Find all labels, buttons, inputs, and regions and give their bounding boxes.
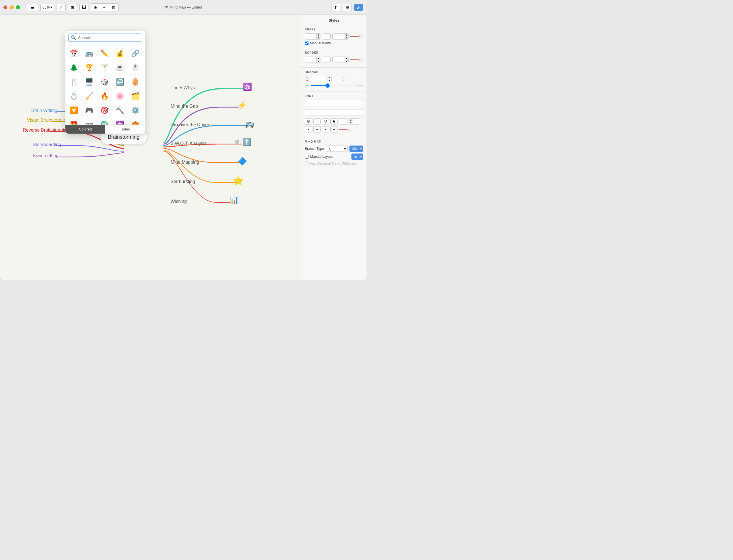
icon-cell-arrow[interactable]: ↩️ [113, 75, 127, 89]
branch-width-stepper[interactable]: ▲ ▼ [327, 76, 331, 82]
shape-width-up[interactable]: ▲ [344, 33, 348, 36]
shape-width-control[interactable]: ▲ ▼ [332, 33, 349, 40]
border-width-input[interactable] [333, 58, 344, 61]
branch-5whys[interactable]: The 5 Whys [171, 85, 195, 90]
icon-cell-cocktail[interactable]: 🍸 [98, 61, 111, 74]
branch-visual-brainstorming[interactable]: Visual Brainstorming [27, 118, 69, 123]
shape-width-down[interactable]: ▼ [344, 36, 348, 40]
close-button[interactable] [3, 5, 7, 9]
border-size-up[interactable]: ▲ [317, 57, 321, 60]
icon-cell-fork[interactable]: 🍴 [67, 75, 81, 89]
italic-button[interactable]: I [313, 118, 321, 125]
shape-width-stepper[interactable]: ▲ ▼ [344, 33, 348, 40]
canvas[interactable]: 🔍 📅 🚌 ✏️ 💰 🔗 🌲 🏆 🍸 ☕ 🖱️ [0, 15, 301, 280]
more-button[interactable]: ⋯ [100, 4, 109, 11]
shape-width-input[interactable] [333, 35, 344, 38]
icon-cell-cross[interactable]: ✝️ [113, 118, 127, 125]
inspector-button[interactable]: ▤ [343, 4, 352, 11]
branch-discover-drivers[interactable]: Discover the Drivers [171, 122, 212, 127]
check-button[interactable]: ✓ [57, 4, 66, 11]
icon-cell-rings[interactable]: 💍 [67, 89, 81, 103]
branch-reverse-brainstorming[interactable]: Reverse Brainstorming [23, 128, 69, 133]
tinted-tab[interactable]: Tinted [105, 125, 145, 134]
font-size-select[interactable] [305, 109, 363, 115]
branch-width-control[interactable]: ▲ ▼ [327, 76, 332, 82]
branch-size-down[interactable]: ▼ [305, 79, 309, 82]
border-size-stepper[interactable]: ▲ ▼ [316, 57, 321, 63]
border-size-control[interactable]: ▲ ▼ [305, 57, 321, 63]
branch-type-select[interactable]: ╲ [326, 146, 348, 152]
icon-cell-money[interactable]: 💰 [113, 47, 127, 60]
strike-button[interactable]: S [330, 118, 338, 125]
font-size-stepper[interactable]: ▲ ▼ [349, 118, 353, 125]
resize-button[interactable]: ⊡ [109, 4, 118, 11]
branch-swot[interactable]: S.W.O.T. Analysis [171, 141, 206, 146]
icon-cell-calendar[interactable]: 📅 [67, 47, 81, 60]
branch-color-swatch[interactable] [311, 76, 325, 82]
align-center-button[interactable]: ≡ [313, 126, 321, 132]
branch-size-control[interactable]: ▲ ▼ [305, 76, 309, 82]
layout-style-select[interactable]: ⊞ [351, 154, 363, 160]
branch-brain-writing[interactable]: Brain Writing [31, 108, 57, 113]
icon-cell-bus[interactable]: 🚌 [82, 47, 96, 60]
icon-cell-gamepad[interactable]: 🎮 [82, 103, 96, 117]
shape-size-control[interactable]: ▲ ▼ [305, 33, 321, 40]
border-width-control[interactable]: ▲ ▼ [332, 57, 349, 63]
icon-cell-trophy[interactable]: 🏆 [82, 61, 96, 74]
icon-cell-filter[interactable]: 🔽 [67, 103, 81, 117]
shape-size-input[interactable] [305, 35, 316, 38]
colored-tab[interactable]: Colored [65, 125, 105, 134]
branch-size-up[interactable]: ▲ [305, 76, 309, 79]
icon-cell-egg[interactable]: 🥚 [129, 75, 142, 89]
maximize-button[interactable] [16, 5, 20, 9]
photo-button[interactable]: 🖼 [79, 4, 88, 11]
icon-cell-hammer[interactable]: 🔨 [113, 103, 127, 117]
font-size-down[interactable]: ▼ [349, 121, 353, 125]
font-size-control[interactable]: ▲ ▼ [349, 118, 360, 125]
shape-size-up[interactable]: ▲ [317, 33, 321, 36]
branch-starbursting[interactable]: Starbursting [171, 179, 195, 184]
icon-cell-gear[interactable]: ⚙️ [129, 103, 142, 117]
styles-button[interactable]: 🖌 [354, 4, 363, 11]
icon-cell-flower[interactable]: 🌸 [113, 89, 127, 103]
manual-layout-checkbox[interactable] [305, 155, 308, 159]
border-size-down[interactable]: ▼ [317, 60, 321, 63]
icon-cell-mouse[interactable]: 🖱️ [129, 61, 142, 74]
bold-button[interactable]: B [305, 118, 312, 125]
share-button[interactable]: ⬆ [331, 4, 340, 11]
icon-cell-coffee[interactable]: ☕ [113, 61, 127, 74]
branch-thickness-slider[interactable] [310, 85, 357, 86]
align-right-button[interactable]: ≡ [322, 126, 329, 132]
border-size-input[interactable] [305, 58, 316, 61]
font-size-up[interactable]: ▲ [349, 118, 353, 121]
icon-cell-target[interactable]: 🎯 [98, 103, 111, 117]
shape-color-swatch[interactable] [323, 33, 331, 40]
manual-width-checkbox[interactable] [305, 42, 308, 45]
icon-cell-eraser[interactable]: 🧹 [82, 89, 96, 103]
font-family-select[interactable] [305, 100, 363, 106]
icon-cell-link[interactable]: 🔗 [129, 47, 142, 60]
branch-brain-netting[interactable]: Brain-netting [33, 153, 59, 158]
align-left-button[interactable]: ≡ [305, 126, 312, 132]
branch-type-style-select[interactable]: ⌨ [349, 146, 363, 152]
icon-cell-dice[interactable]: 🎲 [98, 75, 111, 89]
image-add-button[interactable]: ⊞ [68, 4, 77, 11]
shape-size-stepper[interactable]: ▲ ▼ [316, 33, 321, 40]
icon-cell-pencil[interactable]: ✏️ [98, 47, 111, 60]
branch-mind-mapping[interactable]: Mind Mapping [171, 160, 199, 165]
icon-cell-pumpkin[interactable]: 🎃 [129, 118, 142, 125]
icon-cell-folder[interactable]: 🗂️ [129, 89, 142, 103]
border-width-stepper[interactable]: ▲ ▼ [344, 57, 348, 63]
zoom-control[interactable]: 85% ▾ [40, 4, 54, 11]
icon-cell-monitor[interactable]: 🖥️ [82, 75, 96, 89]
align-justify-button[interactable]: ≡ [330, 126, 338, 132]
branch-wishing[interactable]: Wishing [171, 199, 187, 204]
add-node-button[interactable]: ⊕ [91, 4, 100, 11]
underline-button[interactable]: U [322, 118, 329, 125]
minimize-button[interactable] [10, 5, 14, 9]
branch-width-down[interactable]: ▼ [327, 79, 331, 82]
icon-swot-add[interactable]: ⊕ [235, 138, 240, 145]
icon-cell-globe[interactable]: 🌍 [98, 118, 111, 125]
icon-cell-gift[interactable]: 🎁 [67, 118, 81, 125]
icon-cell-fire[interactable]: 🔥 [98, 89, 111, 103]
